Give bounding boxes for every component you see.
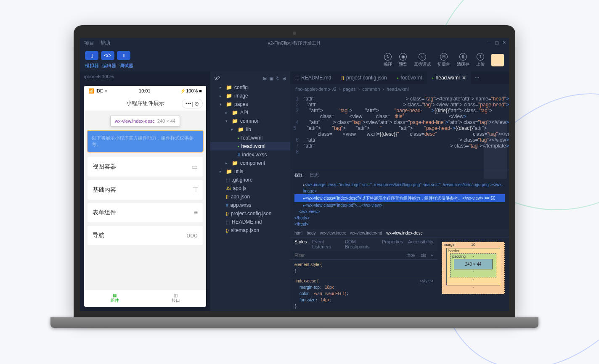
list-item[interactable]: 基础内容𝕋 bbox=[87, 180, 203, 200]
toolbar: ▯ </> ⫴ 模拟器 编辑器 调试器 ↻编译 ◉预览 ⟐真机调试 ⊟切后台 bbox=[80, 48, 509, 71]
new-folder-icon[interactable]: ▣ bbox=[269, 76, 273, 82]
tree-item-pages[interactable]: ▾📁pages bbox=[210, 100, 290, 108]
upload-button[interactable]: ↥上传 bbox=[476, 53, 485, 67]
highlighted-element[interactable]: 以下将展示小程序官方组件能力，组件样式仅供参考。 bbox=[87, 131, 203, 152]
tree-item--gitignore[interactable]: ⬚.gitignore bbox=[210, 176, 290, 184]
phone-preview: 📶 IDE ᯤ 10:01 ⚡100% ■ 小程序组件展示 •••|⊙ wx-v… bbox=[84, 86, 206, 307]
capsule-button[interactable]: •••|⊙ bbox=[182, 99, 203, 108]
ide-window: 项目 帮助 v2-FinClip小程序开发工具 — ▢ ✕ ▯ </> ⫴ 模拟… bbox=[80, 38, 509, 311]
tree-item-app-json[interactable]: {}app.json bbox=[210, 193, 290, 201]
breadcrumb: fino-applet-demo-v2› pages› common› head… bbox=[290, 84, 509, 94]
tree-item-lib[interactable]: ▸📁lib bbox=[210, 125, 290, 134]
window-controls: — ▢ ✕ bbox=[487, 40, 506, 45]
grid-icon: ▦ bbox=[87, 293, 142, 298]
window-title: v2-FinClip小程序开发工具 bbox=[268, 40, 321, 46]
styles-tab[interactable]: Styles bbox=[294, 239, 307, 249]
box-model: margin 10 border - padding - 240 × 44 bbox=[437, 237, 509, 311]
explorer-root[interactable]: v2 bbox=[215, 76, 220, 82]
tab-head[interactable]: ▪head.wxml✕ bbox=[427, 71, 471, 84]
file-explorer: v2 ⊞ ▣ ↻ ⊟ ▸📁config▸📁image▾📁pages▸📁API▾📁… bbox=[210, 71, 290, 311]
background-button[interactable]: ⊟切后台 bbox=[437, 53, 450, 67]
status-time: 10:01 bbox=[139, 88, 151, 94]
battery-icon: ⚡100% ■ bbox=[180, 88, 202, 94]
listeners-tab[interactable]: Event Listeners bbox=[312, 239, 340, 249]
text-icon: 𝕋 bbox=[193, 186, 198, 194]
inspector-tooltip: wx-view.index-desc 240 × 44 bbox=[110, 116, 180, 127]
tree-item-common[interactable]: ▾📁common bbox=[210, 117, 290, 125]
compile-button[interactable]: ↻编译 bbox=[384, 53, 392, 67]
api-icon: ◫ bbox=[148, 293, 203, 298]
breakpoints-tab[interactable]: DOM Breakpoints bbox=[345, 239, 377, 249]
tab-config[interactable]: {}project.config.json bbox=[336, 71, 392, 84]
menu-project[interactable]: 项目 bbox=[84, 40, 94, 47]
close-icon[interactable]: ✕ bbox=[502, 40, 506, 45]
minimap[interactable] bbox=[484, 120, 507, 179]
tree-item-utils[interactable]: ▸📁utils bbox=[210, 167, 290, 176]
element-style-block[interactable]: element.style {} bbox=[290, 259, 437, 276]
tree-item-README-md[interactable]: ⬚README.md bbox=[210, 218, 290, 226]
list-icon: ≡ bbox=[194, 209, 198, 216]
editor-column: ⬚README.md {}project.config.json ▪foot.w… bbox=[290, 71, 509, 311]
list-item[interactable]: 导航ooo bbox=[87, 226, 203, 245]
dom-inspector: 视图 日志 ▸<wx-image class="index-logo" src=… bbox=[290, 170, 509, 237]
tree-item-app-wxss[interactable]: #app.wxss bbox=[210, 201, 290, 209]
tab-foot[interactable]: ▪foot.wxml bbox=[392, 71, 427, 84]
tree-item-index-wxss[interactable]: #index.wxss bbox=[210, 150, 290, 159]
styles-filter-input[interactable] bbox=[294, 253, 402, 258]
tree-item-head-wxml[interactable]: ▪head.wxml bbox=[210, 142, 290, 150]
clear-cache-button[interactable]: 🗑清缓存 bbox=[457, 53, 469, 67]
tree-item-config[interactable]: ▸📁config bbox=[210, 83, 290, 92]
mode-simulator-button[interactable]: ▯ bbox=[85, 51, 98, 60]
signal-icon: 📶 IDE ᯤ bbox=[88, 88, 109, 94]
mode-debugger-label: 调试器 bbox=[119, 63, 133, 69]
properties-tab[interactable]: Properties bbox=[382, 239, 403, 249]
mode-simulator-label: 模拟器 bbox=[85, 63, 99, 69]
menu-help[interactable]: 帮助 bbox=[100, 40, 110, 47]
dots-icon: ooo bbox=[186, 232, 198, 239]
tab-readme[interactable]: ⬚README.md bbox=[290, 71, 336, 84]
refresh-icon[interactable]: ↻ bbox=[276, 76, 280, 82]
tab-api[interactable]: ◫接口 bbox=[145, 290, 206, 307]
dom-tab-log[interactable]: 日志 bbox=[310, 172, 319, 178]
tab-overflow[interactable]: ⋯ bbox=[471, 71, 483, 84]
preview-button[interactable]: ◉预览 bbox=[399, 53, 407, 67]
close-tab-icon[interactable]: ✕ bbox=[462, 75, 466, 81]
dom-breadcrumb: html body wx-view.index wx-view.index-hd… bbox=[290, 229, 509, 237]
tree-item-foot-wxml[interactable]: ▪foot.wxml bbox=[210, 134, 290, 142]
container-icon: ▭ bbox=[191, 163, 198, 171]
laptop-base bbox=[50, 317, 538, 328]
code-editor[interactable]: 1"attr"> class="tag"><template"attr"> na… bbox=[290, 94, 509, 170]
list-item[interactable]: 表单组件≡ bbox=[87, 203, 203, 222]
tree-item-app-js[interactable]: JSapp.js bbox=[210, 184, 290, 193]
tree-item-component[interactable]: ▸📁component bbox=[210, 159, 290, 167]
tree-item-image[interactable]: ▸📁image bbox=[210, 92, 290, 100]
device-status: iphone6 100% bbox=[80, 71, 210, 82]
simulator-panel: iphone6 100% 📶 IDE ᯤ 10:01 ⚡100% ■ 小程序组件… bbox=[80, 71, 210, 311]
mode-editor-label: 编辑器 bbox=[102, 63, 116, 69]
minimize-icon[interactable]: — bbox=[487, 40, 491, 45]
maximize-icon[interactable]: ▢ bbox=[495, 40, 499, 45]
mode-debugger-button[interactable]: ⫴ bbox=[117, 51, 130, 60]
accessibility-tab[interactable]: Accessibility bbox=[408, 239, 433, 249]
tree-item-sitemap-json[interactable]: {}sitemap.json bbox=[210, 226, 290, 235]
avatar[interactable] bbox=[491, 54, 504, 66]
editor-tabs: ⬚README.md {}project.config.json ▪foot.w… bbox=[290, 71, 509, 84]
laptop-frame: 项目 帮助 v2-FinClip小程序开发工具 — ▢ ✕ ▯ </> ⫴ 模拟… bbox=[74, 25, 515, 328]
new-file-icon[interactable]: ⊞ bbox=[263, 76, 267, 82]
style-rule[interactable]: <style> .index-desc { margin-top: 10px; … bbox=[290, 276, 437, 311]
add-rule-icon[interactable]: + bbox=[431, 253, 433, 258]
camera-dot bbox=[293, 32, 296, 35]
cls-toggle[interactable]: .cls bbox=[419, 253, 427, 258]
devtools-panel: Styles Event Listeners DOM Breakpoints P… bbox=[290, 237, 509, 311]
tree-item-API[interactable]: ▸📁API bbox=[210, 108, 290, 117]
list-item[interactable]: 视图容器▭ bbox=[87, 157, 203, 177]
dom-tab-view[interactable]: 视图 bbox=[294, 172, 304, 178]
collapse-icon[interactable]: ⊟ bbox=[282, 76, 286, 82]
page-title: 小程序组件展示 bbox=[126, 100, 164, 106]
remote-debug-button[interactable]: ⟐真机调试 bbox=[414, 53, 431, 67]
tab-components[interactable]: ▦组件 bbox=[84, 290, 145, 307]
tree-item-project-config-json[interactable]: {}project.config.json bbox=[210, 209, 290, 218]
hov-toggle[interactable]: :hov bbox=[406, 253, 415, 258]
mode-editor-button[interactable]: </> bbox=[101, 51, 114, 60]
dom-tree[interactable]: ▸<wx-image class="index-logo" src="../re… bbox=[290, 180, 509, 229]
